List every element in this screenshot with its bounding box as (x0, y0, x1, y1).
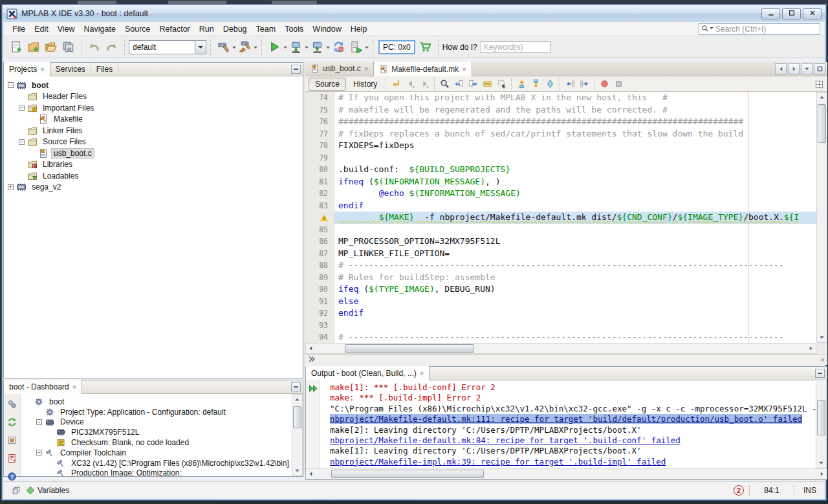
tree-item[interactable]: boot (21, 397, 292, 407)
output-console[interactable]: make[1]: *** [.build-conf] Error 2make: … (320, 380, 816, 468)
code-line[interactable]: 78FIXDEPS=fixDeps (305, 140, 816, 152)
help-icon[interactable]: ? (5, 470, 19, 483)
scrollbar-thumb[interactable] (293, 406, 301, 428)
tab-files[interactable]: Files (91, 62, 118, 76)
tree-item[interactable]: Device (21, 417, 292, 428)
scroll-down-icon[interactable] (816, 458, 826, 468)
tree-item[interactable]: Header Files (4, 91, 303, 103)
warning-icon[interactable]: ! (320, 214, 328, 221)
code-line[interactable]: 93 (305, 320, 816, 332)
tree-item[interactable]: Compiler Toolchain (21, 448, 292, 458)
scrollbar-thumb[interactable] (345, 344, 474, 353)
code-line[interactable]: 92endif (305, 307, 816, 320)
code-line[interactable]: 81ifneq ($(INFORMATION_MESSAGE), ) (305, 176, 816, 188)
undo-icon[interactable] (85, 39, 103, 56)
scroll-tabs-left-button[interactable] (775, 63, 787, 74)
forward-icon[interactable] (417, 78, 431, 91)
output-hscrollbar[interactable] (306, 468, 827, 479)
code-line[interactable]: 82 @echo $(INFORMATION_MESSAGE) (305, 188, 816, 200)
howdoi-input[interactable] (481, 41, 550, 53)
editor-hscrollbar[interactable] (305, 343, 816, 354)
tree-item[interactable]: Production Image: Optimization: (21, 468, 292, 476)
split-editor-icon[interactable] (813, 78, 825, 90)
menu-tools[interactable]: Tools (280, 23, 308, 35)
find-next-icon[interactable] (466, 78, 480, 91)
pdf-icon[interactable] (5, 452, 19, 465)
close-icon[interactable] (420, 370, 424, 377)
close-icon[interactable] (821, 356, 825, 363)
tree-expander[interactable] (19, 105, 25, 111)
menu-refactor[interactable]: Refactor (155, 23, 195, 35)
chevron-down-icon[interactable] (365, 47, 369, 50)
menu-navigate[interactable]: Navigate (80, 23, 120, 35)
find-icon[interactable] (437, 78, 452, 91)
tree-expander[interactable] (8, 82, 14, 88)
chevron-down-icon[interactable] (195, 41, 206, 54)
last-edit-icon[interactable] (389, 78, 403, 91)
tab-output[interactable]: Output - boot (Clean, Build, ...) (306, 366, 430, 380)
code-line[interactable]: 77# fixDeps replaces a bunch of sed/cat/… (305, 128, 816, 140)
menu-source[interactable]: Source (120, 23, 155, 35)
variables-icon[interactable] (23, 484, 38, 497)
run-project-icon[interactable] (266, 39, 283, 56)
code-line[interactable]: 88# ------------------------------------… (305, 259, 816, 272)
quick-search[interactable] (699, 23, 820, 35)
restore-window-group-icon[interactable] (9, 484, 23, 497)
scroll-up-icon[interactable] (817, 93, 827, 102)
clean-build-icon[interactable] (236, 39, 254, 56)
output-line[interactable]: nbproject/Makefile-impl.mk:39: recipe fo… (330, 457, 816, 467)
build-project-icon[interactable] (215, 39, 232, 56)
memory-view-icon[interactable] (5, 433, 19, 446)
tree-item[interactable]: Libraries (4, 159, 303, 171)
code-line[interactable]: 90ifeq ($(TYPE_IMAGE), DEBUG_RUN) (305, 283, 816, 296)
configuration-select[interactable]: default (129, 40, 206, 54)
debug-project-icon[interactable] (347, 39, 365, 56)
scrollbar-thumb[interactable] (818, 104, 826, 143)
save-all-icon[interactable] (60, 39, 77, 56)
editor-tab-Makefile-default.mk[interactable]: Makefile-default.mk (374, 61, 472, 76)
shift-right-icon[interactable] (577, 78, 591, 91)
tree-item[interactable]: Checksum: Blank, no code loaded (21, 437, 292, 448)
scroll-down-icon[interactable] (292, 466, 302, 476)
expand-panel-icon[interactable] (308, 354, 316, 366)
output-line[interactable]: nbproject/Makefile-default.mk:111: recip… (330, 414, 816, 424)
stop-macro-icon[interactable] (611, 78, 626, 91)
scroll-down-icon[interactable] (817, 333, 827, 342)
scroll-right-icon[interactable] (806, 344, 816, 353)
scrollbar-thumb[interactable] (331, 470, 484, 478)
minimize-button[interactable] (761, 8, 780, 19)
open-project-icon[interactable] (42, 39, 60, 56)
code-line[interactable]: 85 (305, 224, 816, 236)
code-line[interactable]: 79 (305, 152, 816, 164)
tree-item[interactable]: Important Files (4, 102, 303, 114)
close-icon[interactable] (462, 66, 466, 72)
refresh-status-icon[interactable] (5, 415, 19, 428)
menu-help[interactable]: Help (346, 23, 372, 35)
tree-expander[interactable] (36, 450, 42, 455)
tree-item[interactable]: Loadables (4, 170, 303, 182)
cart-icon[interactable] (417, 39, 434, 56)
menu-file[interactable]: File (8, 23, 30, 35)
scrollbar-thumb[interactable] (817, 400, 825, 435)
menu-edit[interactable]: Edit (30, 23, 53, 35)
minimize-panel-button[interactable] (291, 382, 301, 391)
code-line[interactable]: 94# ------------------------------------… (305, 331, 816, 343)
tree-expander[interactable] (8, 184, 14, 190)
code-line[interactable]: 89# Rules for buildStep: assemble (305, 272, 816, 284)
editor-tab-usb_boot.c[interactable]: usb_boot.c (305, 61, 374, 76)
tab-services[interactable]: Services (50, 62, 91, 76)
search-dropdown-icon[interactable] (710, 27, 714, 31)
history-view-button[interactable]: History (347, 78, 383, 90)
highlight-search-icon[interactable] (480, 78, 494, 91)
minimize-panel-button[interactable] (815, 369, 825, 378)
redo-icon[interactable] (103, 39, 120, 56)
menu-view[interactable]: View (53, 23, 80, 35)
code-line[interactable]: 86MP_PROCESSOR_OPTION=32MX795F512L (305, 236, 816, 248)
tab-list-button[interactable] (801, 63, 812, 74)
code-line[interactable]: ! ${MAKE} -f nbproject/Makefile-default.… (305, 212, 816, 224)
tree-item[interactable]: usb_boot.c (4, 148, 303, 159)
search-input[interactable] (715, 25, 818, 34)
new-project-icon[interactable] (25, 39, 42, 56)
tab-dashboard[interactable]: boot - Dashboard (4, 380, 82, 394)
rerun-build-icon[interactable] (306, 382, 320, 395)
